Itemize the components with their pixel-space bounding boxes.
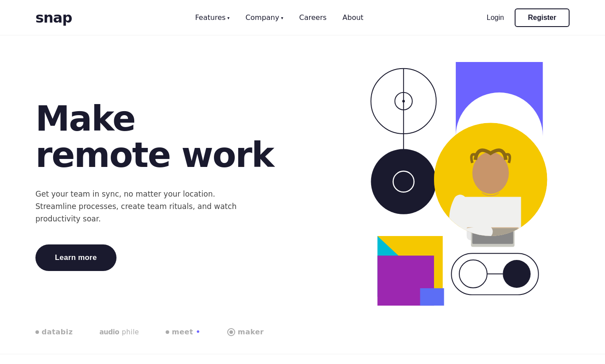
navbar: snap Features ▾ Company ▾ Careers About … bbox=[0, 0, 605, 35]
nav-auth: Login Register bbox=[487, 8, 570, 27]
chevron-down-icon: ▾ bbox=[227, 15, 229, 20]
register-button[interactable]: Register bbox=[515, 8, 570, 27]
svg-point-27 bbox=[503, 260, 531, 288]
hero-left: Make remote work Get your team in sync, … bbox=[35, 101, 329, 271]
learn-more-button[interactable]: Learn more bbox=[35, 244, 116, 271]
nav-item-careers[interactable]: Careers bbox=[299, 13, 327, 22]
nav-link-careers[interactable]: Careers bbox=[299, 13, 327, 22]
logos-section: databiz audiophile meet• maker bbox=[0, 328, 605, 354]
svg-point-4 bbox=[371, 149, 436, 214]
nav-link-company[interactable]: Company ▾ bbox=[245, 13, 283, 22]
illustration-svg bbox=[329, 62, 570, 310]
brand-logo: snap bbox=[35, 9, 72, 26]
logo-meet: meet• bbox=[166, 328, 201, 336]
nav-links: Features ▾ Company ▾ Careers About bbox=[195, 13, 364, 22]
hero-title: Make remote work bbox=[35, 101, 311, 174]
logo-audiophile: audiophile bbox=[99, 328, 139, 336]
svg-rect-23 bbox=[420, 288, 444, 306]
svg-point-25 bbox=[459, 260, 487, 288]
logo-databiz: databiz bbox=[35, 328, 73, 336]
chevron-down-icon: ▾ bbox=[281, 15, 283, 20]
nav-item-company[interactable]: Company ▾ bbox=[245, 13, 283, 22]
nav-item-features[interactable]: Features ▾ bbox=[195, 13, 230, 22]
login-button[interactable]: Login bbox=[487, 14, 504, 22]
nav-link-features[interactable]: Features ▾ bbox=[195, 13, 230, 22]
databiz-dot-icon bbox=[35, 330, 39, 334]
nav-link-about[interactable]: About bbox=[342, 13, 363, 22]
svg-point-16 bbox=[473, 152, 509, 194]
logo-maker: maker bbox=[227, 328, 264, 336]
nav-item-about[interactable]: About bbox=[342, 13, 363, 22]
hero-illustration bbox=[329, 62, 570, 310]
hero-section: Make remote work Get your team in sync, … bbox=[0, 35, 605, 328]
hero-description: Get your team in sync, no matter your lo… bbox=[35, 188, 248, 225]
meet-dot-icon bbox=[166, 330, 169, 334]
footer: Challenge by Frontend Mentor. Coded by M… bbox=[0, 354, 605, 364]
